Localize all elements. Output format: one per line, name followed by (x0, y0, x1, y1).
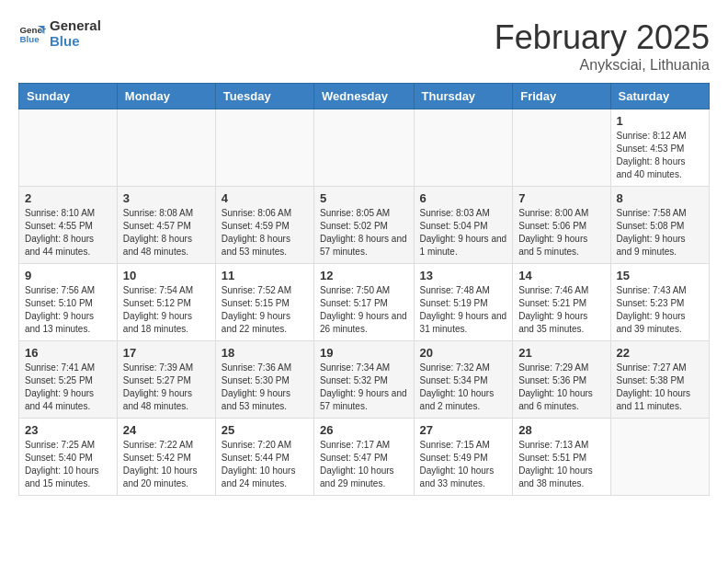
calendar-cell (215, 109, 313, 187)
day-number: 26 (320, 423, 408, 437)
day-info: Sunrise: 7:20 AM Sunset: 5:44 PM Dayligh… (222, 439, 308, 490)
calendar-row: 16Sunrise: 7:41 AM Sunset: 5:25 PM Dayli… (19, 341, 710, 419)
day-info: Sunrise: 7:15 AM Sunset: 5:49 PM Dayligh… (420, 439, 507, 490)
location: Anyksciai, Lithuania (495, 57, 710, 74)
calendar-cell: 1Sunrise: 8:12 AM Sunset: 4:53 PM Daylig… (610, 109, 709, 187)
calendar-cell: 8Sunrise: 7:58 AM Sunset: 5:08 PM Daylig… (610, 187, 709, 264)
calendar-cell: 20Sunrise: 7:32 AM Sunset: 5:34 PM Dayli… (414, 341, 513, 419)
day-number: 17 (123, 346, 210, 360)
calendar-cell (414, 109, 513, 187)
day-number: 28 (518, 423, 604, 437)
day-info: Sunrise: 7:41 AM Sunset: 5:25 PM Dayligh… (25, 362, 111, 413)
day-number: 11 (222, 269, 308, 282)
day-number: 2 (25, 191, 111, 205)
day-info: Sunrise: 8:06 AM Sunset: 4:59 PM Dayligh… (222, 207, 308, 259)
logo-line1: General (50, 17, 101, 33)
day-info: Sunrise: 7:50 AM Sunset: 5:17 PM Dayligh… (320, 284, 408, 336)
calendar-cell: 23Sunrise: 7:25 AM Sunset: 5:40 PM Dayli… (19, 419, 118, 496)
day-info: Sunrise: 8:08 AM Sunset: 4:57 PM Dayligh… (123, 207, 210, 259)
day-info: Sunrise: 7:54 AM Sunset: 5:12 PM Dayligh… (123, 284, 210, 336)
day-number: 18 (222, 346, 308, 360)
day-number: 21 (518, 346, 604, 360)
day-number: 12 (320, 269, 408, 282)
day-number: 20 (420, 346, 507, 360)
day-info: Sunrise: 7:48 AM Sunset: 5:19 PM Dayligh… (420, 284, 507, 336)
calendar-cell: 19Sunrise: 7:34 AM Sunset: 5:32 PM Dayli… (314, 341, 415, 419)
weekday-header: Tuesday (215, 84, 313, 109)
calendar-cell: 26Sunrise: 7:17 AM Sunset: 5:47 PM Dayli… (314, 419, 415, 496)
day-number: 9 (25, 269, 111, 282)
calendar-cell: 5Sunrise: 8:05 AM Sunset: 5:02 PM Daylig… (314, 187, 415, 264)
day-info: Sunrise: 7:17 AM Sunset: 5:47 PM Dayligh… (320, 439, 408, 490)
calendar-row: 1Sunrise: 8:12 AM Sunset: 4:53 PM Daylig… (19, 109, 710, 187)
calendar-cell: 27Sunrise: 7:15 AM Sunset: 5:49 PM Dayli… (414, 419, 513, 496)
calendar-cell: 10Sunrise: 7:54 AM Sunset: 5:12 PM Dayli… (117, 264, 215, 341)
day-info: Sunrise: 7:32 AM Sunset: 5:34 PM Dayligh… (420, 362, 507, 413)
calendar: SundayMondayTuesdayWednesdayThursdayFrid… (18, 83, 710, 496)
calendar-cell: 16Sunrise: 7:41 AM Sunset: 5:25 PM Dayli… (19, 341, 118, 419)
day-info: Sunrise: 7:13 AM Sunset: 5:51 PM Dayligh… (518, 439, 604, 490)
day-number: 24 (123, 423, 210, 437)
calendar-cell: 14Sunrise: 7:46 AM Sunset: 5:21 PM Dayli… (513, 264, 610, 341)
calendar-cell: 21Sunrise: 7:29 AM Sunset: 5:36 PM Dayli… (513, 341, 610, 419)
weekday-header: Saturday (610, 84, 709, 109)
day-number: 5 (320, 191, 408, 205)
logo-line2: Blue (50, 33, 80, 49)
day-number: 1 (617, 114, 703, 128)
day-info: Sunrise: 7:34 AM Sunset: 5:32 PM Dayligh… (320, 362, 408, 413)
calendar-cell: 4Sunrise: 8:06 AM Sunset: 4:59 PM Daylig… (215, 187, 313, 264)
day-info: Sunrise: 7:22 AM Sunset: 5:42 PM Dayligh… (123, 439, 210, 490)
calendar-cell: 2Sunrise: 8:10 AM Sunset: 4:55 PM Daylig… (19, 187, 118, 264)
calendar-cell (610, 419, 709, 496)
calendar-cell: 17Sunrise: 7:39 AM Sunset: 5:27 PM Dayli… (117, 341, 215, 419)
logo-icon: General Blue (18, 20, 46, 48)
month-title: February 2025 (495, 18, 710, 57)
calendar-cell: 3Sunrise: 8:08 AM Sunset: 4:57 PM Daylig… (117, 187, 215, 264)
day-info: Sunrise: 8:03 AM Sunset: 5:04 PM Dayligh… (420, 207, 507, 259)
day-number: 27 (420, 423, 507, 437)
svg-text:Blue: Blue (20, 34, 40, 44)
weekday-header: Wednesday (314, 84, 415, 109)
calendar-cell: 7Sunrise: 8:00 AM Sunset: 5:06 PM Daylig… (513, 187, 610, 264)
day-number: 10 (123, 269, 210, 282)
calendar-cell: 15Sunrise: 7:43 AM Sunset: 5:23 PM Dayli… (610, 264, 709, 341)
calendar-cell: 6Sunrise: 8:03 AM Sunset: 5:04 PM Daylig… (414, 187, 513, 264)
calendar-cell: 13Sunrise: 7:48 AM Sunset: 5:19 PM Dayli… (414, 264, 513, 341)
day-info: Sunrise: 7:39 AM Sunset: 5:27 PM Dayligh… (123, 362, 210, 413)
weekday-header: Monday (117, 84, 215, 109)
day-info: Sunrise: 7:58 AM Sunset: 5:08 PM Dayligh… (617, 207, 703, 259)
day-info: Sunrise: 8:05 AM Sunset: 5:02 PM Dayligh… (320, 207, 408, 259)
day-number: 3 (123, 191, 210, 205)
day-info: Sunrise: 8:12 AM Sunset: 4:53 PM Dayligh… (617, 130, 703, 181)
calendar-cell (513, 109, 610, 187)
calendar-cell: 24Sunrise: 7:22 AM Sunset: 5:42 PM Dayli… (117, 419, 215, 496)
day-number: 19 (320, 346, 408, 360)
day-number: 16 (25, 346, 111, 360)
calendar-cell: 18Sunrise: 7:36 AM Sunset: 5:30 PM Dayli… (215, 341, 313, 419)
calendar-cell: 25Sunrise: 7:20 AM Sunset: 5:44 PM Dayli… (215, 419, 313, 496)
calendar-cell: 28Sunrise: 7:13 AM Sunset: 5:51 PM Dayli… (513, 419, 610, 496)
day-info: Sunrise: 7:29 AM Sunset: 5:36 PM Dayligh… (518, 362, 604, 413)
day-number: 8 (617, 191, 703, 205)
day-number: 7 (518, 191, 604, 205)
day-info: Sunrise: 8:00 AM Sunset: 5:06 PM Dayligh… (518, 207, 604, 259)
weekday-header: Thursday (414, 84, 513, 109)
calendar-row: 9Sunrise: 7:56 AM Sunset: 5:10 PM Daylig… (19, 264, 710, 341)
day-info: Sunrise: 7:36 AM Sunset: 5:30 PM Dayligh… (222, 362, 308, 413)
day-info: Sunrise: 7:43 AM Sunset: 5:23 PM Dayligh… (617, 284, 703, 336)
calendar-cell (117, 109, 215, 187)
weekday-header: Friday (513, 84, 610, 109)
calendar-cell: 9Sunrise: 7:56 AM Sunset: 5:10 PM Daylig… (19, 264, 118, 341)
day-info: Sunrise: 8:10 AM Sunset: 4:55 PM Dayligh… (25, 207, 111, 259)
calendar-cell: 12Sunrise: 7:50 AM Sunset: 5:17 PM Dayli… (314, 264, 415, 341)
weekday-header: Sunday (19, 84, 118, 109)
day-info: Sunrise: 7:52 AM Sunset: 5:15 PM Dayligh… (222, 284, 308, 336)
day-number: 22 (617, 346, 703, 360)
day-number: 13 (420, 269, 507, 282)
calendar-row: 2Sunrise: 8:10 AM Sunset: 4:55 PM Daylig… (19, 187, 710, 264)
day-number: 6 (420, 191, 507, 205)
title-area: February 2025 Anyksciai, Lithuania (495, 18, 710, 74)
weekday-header-row: SundayMondayTuesdayWednesdayThursdayFrid… (19, 84, 710, 109)
day-number: 15 (617, 269, 703, 282)
calendar-row: 23Sunrise: 7:25 AM Sunset: 5:40 PM Dayli… (19, 419, 710, 496)
